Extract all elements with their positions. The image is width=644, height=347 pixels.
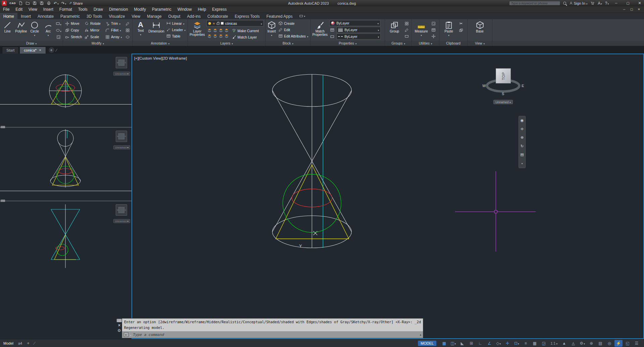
transparency-display-icon[interactable] <box>531 340 539 347</box>
view-name-pill-bottom[interactable]: Unnamed <box>113 219 130 223</box>
minimize-button[interactable] <box>612 0 621 6</box>
plot-button[interactable] <box>47 1 51 5</box>
compass-west-label[interactable]: W <box>482 84 486 88</box>
infer-constraints-icon[interactable] <box>458 340 466 347</box>
hatch-button[interactable] <box>56 34 61 40</box>
navbar-more-icon[interactable] <box>521 161 523 165</box>
command-line-close-icon[interactable] <box>118 324 121 327</box>
match-properties-button[interactable]: Match Properties <box>312 20 328 41</box>
ribbon-tab-insert[interactable]: Insert <box>17 13 34 19</box>
annotation-monitor-icon[interactable] <box>587 340 595 347</box>
search-input[interactable] <box>509 1 560 5</box>
share-button[interactable]: Share <box>69 1 83 5</box>
stretch-button[interactable]: Stretch <box>64 34 84 40</box>
leader-button[interactable]: Leader <box>166 26 186 33</box>
doc-minimize-button[interactable] <box>621 8 628 11</box>
quick-calc-button[interactable] <box>431 27 436 33</box>
layer-dropdown[interactable]: cónicas <box>207 20 264 26</box>
panel-label-modify[interactable]: Modify <box>63 41 132 46</box>
open-file-button[interactable] <box>25 1 30 5</box>
edit-block-button[interactable]: Edit <box>278 26 309 33</box>
ungroup-button[interactable] <box>404 21 410 26</box>
layer-on-all-button[interactable] <box>218 33 224 39</box>
layer-lock-button[interactable] <box>224 27 229 33</box>
save-as-button[interactable] <box>40 1 44 5</box>
linetype-dropdown[interactable]: ByLayer <box>336 33 381 40</box>
graphics-performance-icon[interactable] <box>614 340 623 347</box>
viewcube-small-bottom[interactable]: WE <box>116 204 127 216</box>
ellipse-button[interactable] <box>56 27 61 33</box>
panel-label-view[interactable]: View <box>468 41 492 46</box>
menu-item-view[interactable]: View <box>25 6 40 13</box>
panel-label-annotation[interactable]: Annotation <box>133 41 187 46</box>
redo-button[interactable] <box>61 1 66 5</box>
lineweight-display-icon[interactable] <box>522 340 530 347</box>
viewport-top-canvas[interactable] <box>0 54 131 127</box>
layout-tab-a4[interactable]: a4 <box>18 341 22 345</box>
customization-menu-icon[interactable] <box>633 340 641 347</box>
viewport-resize-handle[interactable] <box>1 200 5 202</box>
lineweight-list-button[interactable] <box>329 27 335 33</box>
mirror-button[interactable]: Mirror <box>84 27 105 33</box>
auto-scale-icon[interactable] <box>569 340 577 347</box>
fillet-button[interactable]: Fillet <box>105 27 125 33</box>
viewport-menu-plus[interactable]: [+] <box>134 56 139 60</box>
panel-label-layers[interactable]: Layers <box>188 41 265 46</box>
panel-label-block[interactable]: Block <box>266 41 310 46</box>
workspace-switching-button[interactable] <box>578 340 586 347</box>
viewport-middle-canvas[interactable] <box>0 127 131 201</box>
ribbon-tab-visualize[interactable]: Visualize <box>106 13 128 19</box>
model-space-tab[interactable]: Model <box>3 341 13 345</box>
command-icon[interactable]: ▸ <box>124 332 128 337</box>
rotate-button[interactable]: Rotate <box>84 20 105 27</box>
new-layout-button[interactable]: + <box>27 341 30 346</box>
viewport-visual-style-control[interactable]: [2D Wireframe] <box>162 56 187 60</box>
document-tab-close-icon[interactable] <box>39 49 42 52</box>
isometric-drafting-button[interactable] <box>494 340 502 347</box>
file-tab-overflow-icon[interactable]: ∕ <box>56 48 57 53</box>
edit-attributes-button[interactable]: Edit Attributes <box>278 33 309 39</box>
undo-button[interactable] <box>54 1 59 5</box>
command-history[interactable]: Enter an option [2dwireframe/Wireframe/H… <box>122 319 423 331</box>
ribbon-display-toggle[interactable] <box>299 13 305 19</box>
menu-item-express[interactable]: Express <box>209 6 229 13</box>
group-selection-button[interactable] <box>404 33 410 39</box>
file-tab-document[interactable]: conica* <box>19 47 46 54</box>
save-button[interactable] <box>33 1 37 5</box>
compass-south-label[interactable]: S <box>502 92 504 96</box>
ortho-mode-icon[interactable] <box>476 340 484 347</box>
erase-button[interactable] <box>125 21 130 26</box>
model-paper-toggle[interactable]: MODEL <box>418 341 436 346</box>
view-name-pill[interactable]: Unnamed <box>493 100 513 104</box>
group-edit-button[interactable] <box>404 27 410 33</box>
lineweight-dropdown[interactable]: ByLayer <box>336 27 381 33</box>
offset-button[interactable] <box>125 34 130 40</box>
menu-item-parametric[interactable]: Parametric <box>149 6 174 13</box>
help-button[interactable]: ? <box>605 1 609 5</box>
full-navigation-wheel-icon[interactable] <box>521 119 524 122</box>
menu-item-dimension[interactable]: Dimension <box>106 6 131 13</box>
viewcube-small-middle[interactable]: WE <box>116 131 127 142</box>
clean-screen-icon[interactable] <box>624 340 632 347</box>
isolate-objects-icon[interactable] <box>605 340 613 347</box>
polyline-button[interactable]: Polyline <box>15 20 28 41</box>
palette-drag-grip[interactable] <box>117 319 122 322</box>
quick-properties-icon[interactable] <box>596 340 604 347</box>
viewport-bottom-canvas[interactable] <box>0 201 131 339</box>
object-snap-button[interactable] <box>513 340 521 347</box>
command-input-row[interactable]: ▸ Type a command ▴ <box>122 331 423 338</box>
zoom-icon[interactable] <box>521 136 524 139</box>
app-store-button[interactable] <box>590 1 595 5</box>
app-logo-icon[interactable]: A <box>2 1 7 6</box>
menu-item-edit[interactable]: Edit <box>12 6 25 13</box>
ribbon-tab-annotate[interactable]: Annotate <box>34 13 57 19</box>
quick-select-button[interactable] <box>431 21 436 26</box>
object-snap-tracking-icon[interactable] <box>503 340 512 347</box>
circle-button[interactable]: Circle <box>29 20 41 41</box>
menu-item-draw[interactable]: Draw <box>91 6 106 13</box>
showmotion-icon[interactable] <box>520 153 524 156</box>
rectangle-button[interactable] <box>56 21 61 26</box>
ribbon-tab-featured-apps[interactable]: Featured Apps <box>263 13 296 19</box>
doc-restore-button[interactable] <box>628 8 635 11</box>
sign-in-button[interactable]: Sign In <box>569 1 588 5</box>
